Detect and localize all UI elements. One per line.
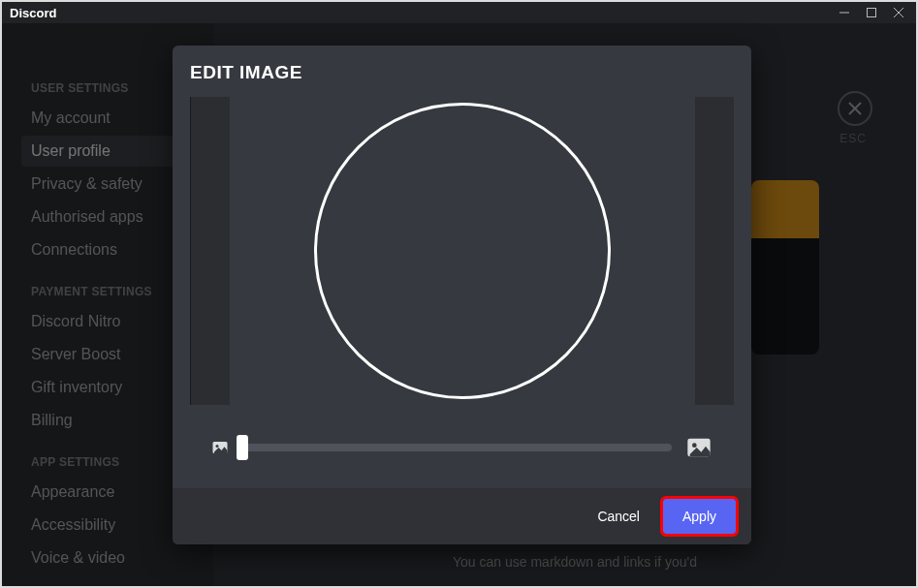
modal-title: EDIT IMAGE — [173, 46, 751, 97]
minimize-icon[interactable] — [831, 2, 858, 23]
apply-button[interactable]: Apply — [663, 499, 736, 534]
profile-preview-card — [751, 180, 819, 355]
profile-preview-banner — [751, 180, 819, 238]
svg-point-7 — [216, 445, 219, 448]
svg-rect-1 — [868, 9, 876, 17]
sidebar-item-voice-video[interactable]: Voice & video — [21, 542, 204, 573]
app-title: Discord — [10, 6, 56, 20]
crop-area[interactable] — [190, 97, 734, 405]
close-icon[interactable] — [885, 2, 912, 23]
crop-image[interactable] — [230, 97, 695, 405]
esc-label: ESC — [839, 132, 867, 145]
edit-image-modal: EDIT IMAGE Cancel Apply — [173, 46, 751, 544]
crop-circle-overlay — [314, 103, 611, 399]
svg-point-9 — [692, 443, 697, 448]
image-large-icon — [685, 434, 712, 461]
app-window: Discord USER SETTINGS My account User pr… — [2, 2, 916, 586]
modal-footer: Cancel Apply — [173, 488, 751, 544]
maximize-icon[interactable] — [858, 2, 885, 23]
zoom-slider[interactable] — [242, 444, 672, 451]
zoom-slider-thumb[interactable] — [237, 435, 248, 460]
titlebar: Discord — [2, 2, 916, 23]
close-settings-button[interactable] — [838, 91, 872, 126]
cancel-button[interactable]: Cancel — [586, 499, 651, 534]
about-me-hint: You can use markdown and links if you'd — [453, 554, 697, 570]
window-controls — [831, 2, 912, 23]
image-small-icon — [211, 439, 229, 456]
zoom-controls — [173, 405, 751, 488]
